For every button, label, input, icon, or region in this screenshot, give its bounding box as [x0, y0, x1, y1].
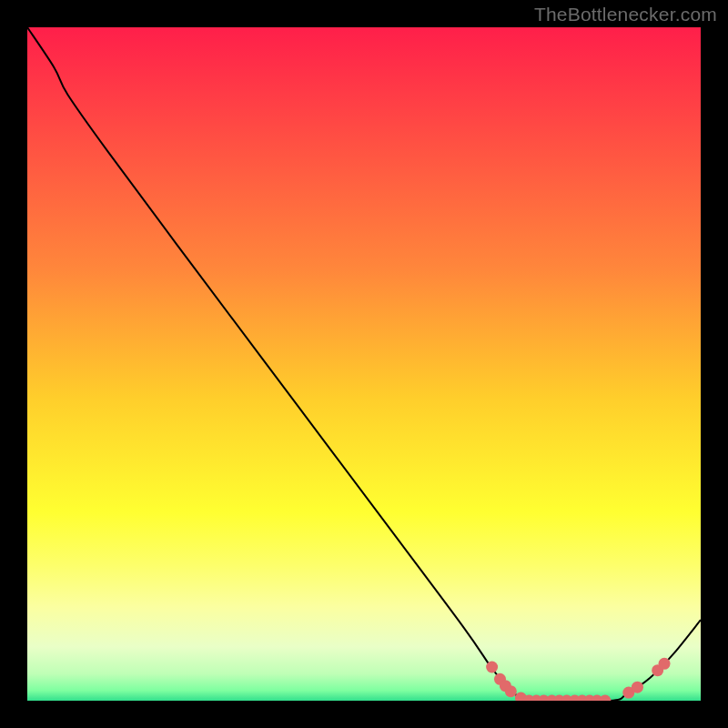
data-point [505, 685, 517, 697]
data-point [632, 682, 643, 693]
data-point [486, 662, 498, 673]
data-point [659, 658, 671, 670]
gradient-background [27, 27, 701, 701]
watermark-text: TheBottlenecker.com [534, 4, 717, 25]
chart-svg [27, 27, 701, 701]
plot-area [27, 27, 701, 701]
chart-frame: TheBottlenecker.com [0, 0, 728, 728]
